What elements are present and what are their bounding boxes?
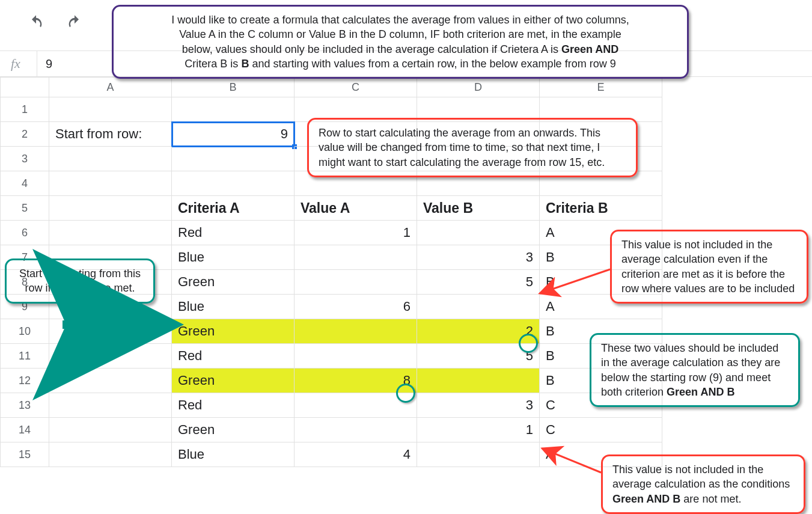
toolbar [28, 14, 83, 34]
callout-mid-teal: These two values should be included in t… [590, 333, 800, 407]
callout-left-teal: Start calculating from this row if crite… [5, 259, 155, 304]
undo-icon[interactable] [28, 14, 44, 34]
circle-value-2 [519, 334, 538, 353]
formula-value[interactable]: 9 [37, 57, 52, 71]
cell-b1[interactable] [172, 97, 295, 122]
row-header[interactable]: 2 [0, 122, 49, 147]
select-all-corner[interactable] [0, 77, 49, 97]
cell-a2[interactable]: Start from row: [49, 122, 172, 147]
col-header-e[interactable]: E [540, 77, 662, 97]
column-headers: A B C D E [0, 77, 812, 97]
header-value-b[interactable]: Value B [417, 196, 540, 221]
callout-start-desc: Row to start calculating the average fro… [307, 118, 638, 177]
row-header[interactable]: 1 [0, 97, 49, 122]
callout-top-right-red: This value is not included in the averag… [610, 230, 808, 304]
table-cell[interactable]: Red [172, 221, 295, 245]
col-header-d[interactable]: D [417, 77, 540, 97]
header-criteria-b[interactable]: Criteria B [540, 196, 662, 221]
row-header[interactable]: 4 [0, 171, 49, 196]
callout-bottom-red: This value is not included in the averag… [601, 454, 805, 514]
fx-label: fx [0, 51, 37, 76]
col-header-b[interactable]: B [172, 77, 295, 97]
cell-a1[interactable] [49, 97, 172, 122]
cell-b2-selected[interactable]: 9 [172, 122, 295, 147]
row-header[interactable]: 3 [0, 147, 49, 171]
row-header[interactable]: 5 [0, 196, 49, 221]
header-criteria-a[interactable]: Criteria A [172, 196, 295, 221]
header-value-a[interactable]: Value A [295, 196, 417, 221]
redo-icon[interactable] [66, 14, 83, 34]
col-header-a[interactable]: A [49, 77, 172, 97]
circle-value-8 [396, 384, 415, 403]
col-header-c[interactable]: C [295, 77, 417, 97]
callout-top: I would like to create a formula that ca… [112, 5, 689, 79]
